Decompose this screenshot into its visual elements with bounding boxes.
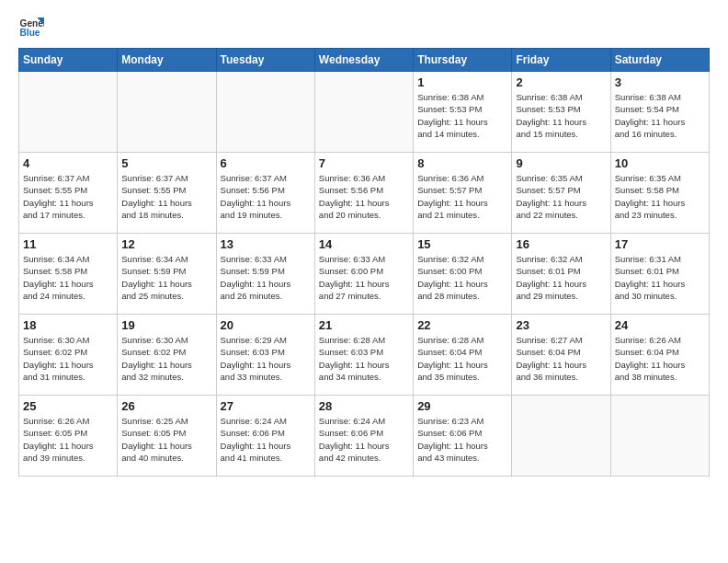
day-number: 7 — [319, 156, 409, 170]
day-info: Sunrise: 6:35 AM Sunset: 5:58 PM Dayligh… — [615, 172, 705, 221]
weekday-header-thursday: Thursday — [414, 49, 512, 72]
day-info: Sunrise: 6:26 AM Sunset: 6:05 PM Dayligh… — [23, 415, 113, 464]
day-info: Sunrise: 6:29 AM Sunset: 6:03 PM Dayligh… — [221, 334, 311, 383]
day-number: 19 — [121, 318, 211, 332]
day-number: 27 — [221, 399, 311, 413]
day-number: 3 — [615, 75, 705, 89]
calendar-cell: 8Sunrise: 6:36 AM Sunset: 5:57 PM Daylig… — [414, 153, 512, 234]
day-number: 16 — [516, 237, 606, 251]
logo-icon: General Blue — [18, 15, 44, 40]
day-info: Sunrise: 6:32 AM Sunset: 6:01 PM Dayligh… — [516, 253, 606, 302]
day-number: 5 — [121, 156, 211, 170]
day-number: 1 — [417, 75, 507, 89]
calendar-cell: 26Sunrise: 6:25 AM Sunset: 6:05 PM Dayli… — [118, 396, 216, 477]
day-number: 11 — [23, 237, 113, 251]
calendar-cell: 5Sunrise: 6:37 AM Sunset: 5:55 PM Daylig… — [118, 153, 216, 234]
svg-text:Blue: Blue — [20, 28, 40, 38]
day-number: 17 — [615, 237, 705, 251]
day-info: Sunrise: 6:30 AM Sunset: 6:02 PM Dayligh… — [23, 334, 113, 383]
calendar-cell: 14Sunrise: 6:33 AM Sunset: 6:00 PM Dayli… — [314, 234, 413, 315]
day-number: 10 — [615, 156, 705, 170]
day-number: 24 — [615, 318, 705, 332]
calendar-cell: 19Sunrise: 6:30 AM Sunset: 6:02 PM Dayli… — [118, 315, 216, 396]
day-number: 25 — [23, 399, 113, 413]
day-info: Sunrise: 6:37 AM Sunset: 5:55 PM Dayligh… — [121, 172, 211, 221]
day-number: 8 — [417, 156, 507, 170]
weekday-header-saturday: Saturday — [610, 49, 709, 72]
day-info: Sunrise: 6:38 AM Sunset: 5:54 PM Dayligh… — [615, 91, 705, 140]
day-info: Sunrise: 6:31 AM Sunset: 6:01 PM Dayligh… — [615, 253, 705, 302]
day-info: Sunrise: 6:26 AM Sunset: 6:04 PM Dayligh… — [615, 334, 705, 383]
day-number: 20 — [221, 318, 311, 332]
day-info: Sunrise: 6:23 AM Sunset: 6:06 PM Dayligh… — [417, 415, 507, 464]
calendar-table: SundayMondayTuesdayWednesdayThursdayFrid… — [18, 48, 710, 477]
day-number: 15 — [417, 237, 507, 251]
calendar-cell — [512, 396, 610, 477]
day-info: Sunrise: 6:37 AM Sunset: 5:56 PM Dayligh… — [221, 172, 311, 221]
calendar-cell: 23Sunrise: 6:27 AM Sunset: 6:04 PM Dayli… — [512, 315, 610, 396]
calendar-cell: 10Sunrise: 6:35 AM Sunset: 5:58 PM Dayli… — [610, 153, 709, 234]
day-info: Sunrise: 6:35 AM Sunset: 5:57 PM Dayligh… — [516, 172, 606, 221]
calendar-cell: 11Sunrise: 6:34 AM Sunset: 5:58 PM Dayli… — [19, 234, 118, 315]
weekday-header-tuesday: Tuesday — [216, 49, 314, 72]
calendar-cell: 9Sunrise: 6:35 AM Sunset: 5:57 PM Daylig… — [512, 153, 610, 234]
day-number: 6 — [221, 156, 311, 170]
day-info: Sunrise: 6:37 AM Sunset: 5:55 PM Dayligh… — [23, 172, 113, 221]
calendar-cell: 25Sunrise: 6:26 AM Sunset: 6:05 PM Dayli… — [19, 396, 118, 477]
day-info: Sunrise: 6:32 AM Sunset: 6:00 PM Dayligh… — [417, 253, 507, 302]
logo: General Blue — [18, 15, 44, 40]
weekday-header-wednesday: Wednesday — [314, 49, 413, 72]
calendar-cell: 2Sunrise: 6:38 AM Sunset: 5:53 PM Daylig… — [512, 72, 610, 153]
calendar-cell: 15Sunrise: 6:32 AM Sunset: 6:00 PM Dayli… — [414, 234, 512, 315]
day-number: 12 — [121, 237, 211, 251]
day-number: 29 — [417, 399, 507, 413]
day-info: Sunrise: 6:27 AM Sunset: 6:04 PM Dayligh… — [516, 334, 606, 383]
calendar-cell: 12Sunrise: 6:34 AM Sunset: 5:59 PM Dayli… — [118, 234, 216, 315]
calendar-cell — [19, 72, 118, 153]
day-info: Sunrise: 6:33 AM Sunset: 5:59 PM Dayligh… — [221, 253, 311, 302]
day-number: 14 — [319, 237, 409, 251]
weekday-header-sunday: Sunday — [19, 49, 118, 72]
calendar-cell: 20Sunrise: 6:29 AM Sunset: 6:03 PM Dayli… — [216, 315, 314, 396]
calendar-cell: 18Sunrise: 6:30 AM Sunset: 6:02 PM Dayli… — [19, 315, 118, 396]
day-info: Sunrise: 6:38 AM Sunset: 5:53 PM Dayligh… — [516, 91, 606, 140]
calendar-cell: 1Sunrise: 6:38 AM Sunset: 5:53 PM Daylig… — [414, 72, 512, 153]
calendar-cell: 27Sunrise: 6:24 AM Sunset: 6:06 PM Dayli… — [216, 396, 314, 477]
day-info: Sunrise: 6:36 AM Sunset: 5:56 PM Dayligh… — [319, 172, 409, 221]
day-info: Sunrise: 6:24 AM Sunset: 6:06 PM Dayligh… — [221, 415, 311, 464]
day-info: Sunrise: 6:36 AM Sunset: 5:57 PM Dayligh… — [417, 172, 507, 221]
day-info: Sunrise: 6:30 AM Sunset: 6:02 PM Dayligh… — [121, 334, 211, 383]
day-info: Sunrise: 6:38 AM Sunset: 5:53 PM Dayligh… — [417, 91, 507, 140]
day-info: Sunrise: 6:34 AM Sunset: 5:59 PM Dayligh… — [121, 253, 211, 302]
page-header: General Blue — [18, 15, 710, 40]
day-number: 18 — [23, 318, 113, 332]
day-number: 23 — [516, 318, 606, 332]
day-number: 22 — [417, 318, 507, 332]
calendar-cell — [610, 396, 709, 477]
day-info: Sunrise: 6:33 AM Sunset: 6:00 PM Dayligh… — [319, 253, 409, 302]
calendar-cell: 24Sunrise: 6:26 AM Sunset: 6:04 PM Dayli… — [610, 315, 709, 396]
day-info: Sunrise: 6:25 AM Sunset: 6:05 PM Dayligh… — [121, 415, 211, 464]
weekday-header-monday: Monday — [118, 49, 216, 72]
day-number: 2 — [516, 75, 606, 89]
day-info: Sunrise: 6:34 AM Sunset: 5:58 PM Dayligh… — [23, 253, 113, 302]
calendar-cell: 13Sunrise: 6:33 AM Sunset: 5:59 PM Dayli… — [216, 234, 314, 315]
day-number: 13 — [221, 237, 311, 251]
calendar-cell: 4Sunrise: 6:37 AM Sunset: 5:55 PM Daylig… — [19, 153, 118, 234]
calendar-cell: 22Sunrise: 6:28 AM Sunset: 6:04 PM Dayli… — [414, 315, 512, 396]
calendar-cell — [314, 72, 413, 153]
calendar-cell — [216, 72, 314, 153]
calendar-cell: 7Sunrise: 6:36 AM Sunset: 5:56 PM Daylig… — [314, 153, 413, 234]
calendar-cell: 28Sunrise: 6:24 AM Sunset: 6:06 PM Dayli… — [314, 396, 413, 477]
calendar-cell: 21Sunrise: 6:28 AM Sunset: 6:03 PM Dayli… — [314, 315, 413, 396]
day-number: 26 — [121, 399, 211, 413]
day-number: 4 — [23, 156, 113, 170]
day-info: Sunrise: 6:28 AM Sunset: 6:03 PM Dayligh… — [319, 334, 409, 383]
day-number: 28 — [319, 399, 409, 413]
day-number: 21 — [319, 318, 409, 332]
calendar-cell: 17Sunrise: 6:31 AM Sunset: 6:01 PM Dayli… — [610, 234, 709, 315]
calendar-cell: 29Sunrise: 6:23 AM Sunset: 6:06 PM Dayli… — [414, 396, 512, 477]
day-number: 9 — [516, 156, 606, 170]
weekday-header-friday: Friday — [512, 49, 610, 72]
calendar-cell: 3Sunrise: 6:38 AM Sunset: 5:54 PM Daylig… — [610, 72, 709, 153]
